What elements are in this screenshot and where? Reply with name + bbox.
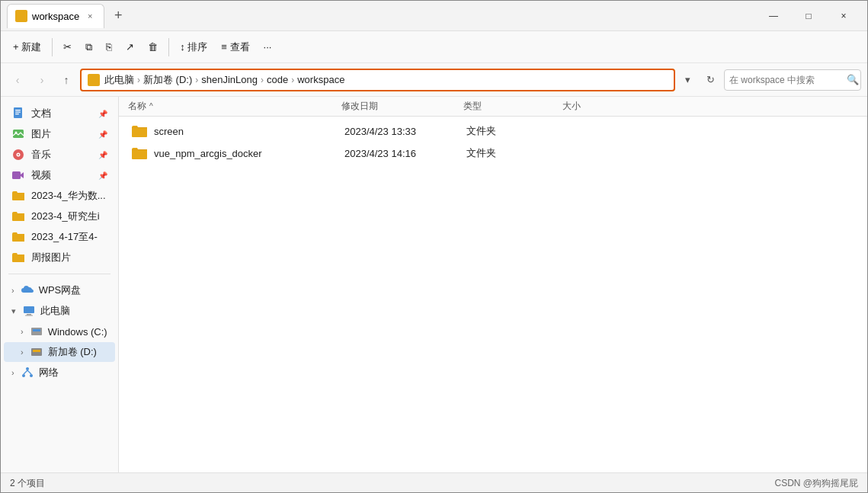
- folder-icon-vue: [131, 146, 148, 160]
- tab-folder-icon: [15, 10, 27, 22]
- table-row[interactable]: vue_npm_arcgis_docker 2023/4/23 14:16 文件…: [122, 142, 864, 164]
- sidebar-label-videos: 视频: [31, 168, 51, 182]
- new-button[interactable]: + 新建: [7, 37, 47, 57]
- svg-rect-1: [15, 110, 21, 110]
- expand-arrow-d: ›: [21, 347, 24, 357]
- sidebar-item-folder3[interactable]: 2023_4-17至4-: [4, 227, 115, 247]
- window-controls: — □ ×: [756, 4, 861, 28]
- column-header-type[interactable]: 类型: [463, 100, 562, 113]
- sidebar-item-documents[interactable]: 文档 📌: [4, 104, 115, 123]
- main-layout: 文档 📌 图片 📌 音乐 📌 视频 📌: [1, 97, 867, 472]
- add-tab-button[interactable]: +: [107, 5, 129, 27]
- tab-close-button[interactable]: ×: [84, 10, 96, 22]
- drive-c-icon: [30, 325, 43, 338]
- sort-arrow-icon: ^: [149, 102, 153, 110]
- sidebar-separator: [8, 274, 111, 274]
- search-input[interactable]: [729, 75, 844, 85]
- column-type-label: 类型: [463, 101, 482, 111]
- copy-button[interactable]: ⧉: [79, 38, 98, 56]
- active-tab[interactable]: workspace ×: [7, 4, 104, 28]
- svg-point-18: [26, 367, 29, 370]
- column-size-label: 大小: [562, 101, 581, 111]
- toolbar: + 新建 ✂ ⧉ ⎘ ↗ 🗑 ↕ 排序 ≡ 查看 ···: [1, 31, 867, 63]
- pin-icon-music: 📌: [98, 151, 107, 159]
- breadcrumb-sep-1: ›: [137, 75, 140, 85]
- network-icon: [21, 366, 34, 379]
- more-button[interactable]: ···: [258, 38, 278, 56]
- expand-arrow-pc: ▾: [11, 306, 16, 316]
- svg-rect-9: [12, 171, 21, 179]
- back-button[interactable]: ‹: [7, 69, 28, 91]
- sidebar-item-folder4[interactable]: 周报图片: [4, 248, 115, 267]
- sidebar-label-folder1: 2023-4_华为数...: [31, 189, 106, 203]
- sidebar-item-pictures[interactable]: 图片 📌: [4, 124, 115, 144]
- close-button[interactable]: ×: [826, 4, 861, 28]
- delete-button[interactable]: 🗑: [142, 38, 164, 56]
- paste-button[interactable]: ⎘: [100, 38, 118, 56]
- sidebar-item-this-pc[interactable]: ▾ 此电脑: [4, 301, 115, 321]
- sidebar-item-network[interactable]: › 网络: [4, 363, 115, 383]
- sidebar-item-folder1[interactable]: 2023-4_华为数...: [4, 186, 115, 206]
- column-header-date[interactable]: 修改日期: [341, 100, 463, 113]
- file-date-vue: 2023/4/23 14:16: [344, 148, 466, 159]
- sidebar-item-drive-d[interactable]: › 新加卷 (D:): [4, 342, 115, 362]
- status-bar: 2 个项目 CSDN @狗狗摇尾屁: [1, 472, 867, 493]
- refresh-button[interactable]: ↻: [700, 69, 721, 91]
- image-icon: [11, 127, 25, 141]
- expand-arrow-c: ›: [21, 327, 24, 336]
- sidebar-item-wps[interactable]: › WPS网盘: [4, 280, 115, 300]
- file-list-header: 名称 ^ 修改日期 类型 大小: [119, 97, 867, 117]
- sidebar-item-videos[interactable]: 视频 📌: [4, 165, 115, 185]
- sidebar: 文档 📌 图片 📌 音乐 📌 视频 📌: [1, 97, 119, 472]
- file-list: screen 2023/4/23 13:33 文件夹 vue_npm_arcgi…: [119, 117, 867, 472]
- column-date-label: 修改日期: [341, 101, 378, 111]
- toolbar-separator-2: [168, 38, 169, 56]
- sidebar-item-folder2[interactable]: 2023-4_研究生i: [4, 206, 115, 226]
- tab-label: workspace: [32, 11, 79, 22]
- search-box[interactable]: 🔍: [724, 69, 861, 91]
- forward-button[interactable]: ›: [31, 69, 53, 91]
- pin-icon-videos: 📌: [98, 171, 107, 180]
- breadcrumb-code[interactable]: code: [267, 74, 288, 85]
- table-row[interactable]: screen 2023/4/23 13:33 文件夹: [122, 120, 864, 142]
- up-button[interactable]: ↑: [56, 69, 77, 91]
- breadcrumb-sep-4: ›: [291, 75, 294, 85]
- folder-icon-screen: [131, 124, 148, 138]
- sidebar-item-drive-c[interactable]: › Windows (C:): [4, 322, 115, 341]
- address-bar: ‹ › ↑ 此电脑 › 新加卷 (D:) › shenJinLong › cod…: [1, 63, 867, 97]
- address-dropdown-button[interactable]: ▾: [678, 69, 697, 91]
- breadcrumb-this-pc[interactable]: 此电脑: [104, 73, 134, 87]
- item-count: 2 个项目: [10, 477, 45, 490]
- cloud-icon: [21, 283, 34, 297]
- sidebar-label-folder3: 2023_4-17至4-: [31, 230, 98, 244]
- share-button[interactable]: ↗: [120, 38, 140, 56]
- view-button[interactable]: ≡ 查看: [215, 37, 255, 57]
- breadcrumb-workspace[interactable]: workspace: [297, 74, 344, 85]
- breadcrumb-drive[interactable]: 新加卷 (D:): [143, 73, 192, 87]
- column-header-size[interactable]: 大小: [562, 100, 623, 113]
- document-icon: [11, 107, 25, 120]
- title-bar: workspace × + — □ ×: [1, 1, 867, 31]
- drive-d-icon: [30, 345, 43, 359]
- minimize-button[interactable]: —: [756, 4, 791, 28]
- sort-button[interactable]: ↕ 排序: [174, 37, 213, 57]
- breadcrumb-bar[interactable]: 此电脑 › 新加卷 (D:) › shenJinLong › code › wo…: [80, 69, 675, 91]
- svg-point-8: [18, 154, 19, 155]
- svg-rect-17: [33, 350, 40, 352]
- expand-arrow-network: ›: [11, 368, 14, 377]
- music-icon: [11, 148, 25, 162]
- computer-icon: [22, 304, 36, 318]
- sidebar-item-music[interactable]: 音乐 📌: [4, 145, 115, 165]
- sidebar-label-music: 音乐: [31, 148, 51, 162]
- svg-rect-2: [15, 112, 21, 113]
- pin-icon-pictures: 📌: [98, 130, 107, 139]
- svg-line-22: [27, 370, 31, 374]
- column-name-label: 名称: [128, 100, 146, 113]
- svg-marker-10: [21, 172, 24, 178]
- cut-button[interactable]: ✂: [57, 38, 78, 56]
- sidebar-label-drive-c: Windows (C:): [48, 326, 107, 338]
- column-header-name[interactable]: 名称 ^: [128, 100, 341, 113]
- file-date-screen: 2023/4/23 13:33: [344, 126, 466, 137]
- breadcrumb-shenjinlong[interactable]: shenJinLong: [201, 74, 258, 85]
- maximize-button[interactable]: □: [791, 4, 826, 28]
